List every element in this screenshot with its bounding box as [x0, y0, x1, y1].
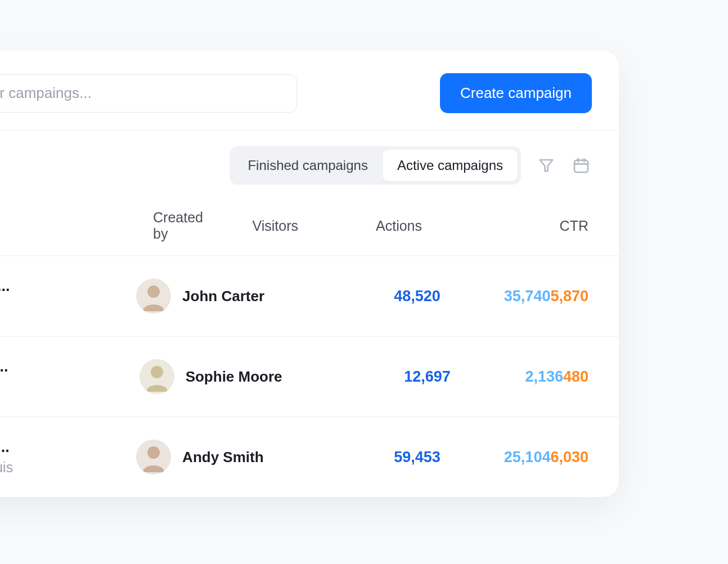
campaign-subtitle: isus at ultrices: [0, 298, 135, 315]
cell-ctr: 6,030: [550, 449, 588, 466]
cell-created-by: Sophie Moore: [138, 359, 338, 394]
cell-ctr: 480: [563, 368, 588, 386]
header-created-by: Created by: [0, 209, 174, 242]
calendar-icon[interactable]: [572, 156, 591, 175]
table-header: Created by Visitors Actions CTR: [0, 200, 619, 256]
search-input[interactable]: [0, 74, 297, 113]
table-row[interactable]: < 2.0 Launch... sus euismod quis Andy Sm…: [0, 417, 619, 497]
cell-created-by: John Carter: [135, 279, 330, 314]
svg-point-6: [147, 285, 160, 298]
creator-name: John Carter: [182, 288, 264, 305]
table-body: s 2022 Camp... isus at ultrices John Car…: [0, 256, 619, 497]
avatar: [136, 279, 171, 314]
avatar: [140, 359, 174, 394]
header-ctr: CTR: [422, 218, 588, 234]
top-bar: Create campaign: [0, 51, 619, 130]
campaigns-panel: Create campaign Finished campaigns Activ…: [0, 51, 619, 497]
campaign-title: s 2022 Camp...: [0, 277, 135, 295]
creator-name: Sophie Moore: [186, 368, 282, 386]
campaign-title: < 2.0 Launch...: [0, 438, 135, 456]
cell-visitors: 48,520: [330, 288, 441, 305]
controls-bar: Finished campaigns Active campaigns: [0, 131, 619, 200]
cell-actions: 2,136: [451, 368, 563, 386]
cell-actions: 35,740: [441, 288, 551, 305]
header-visitors: Visitors: [174, 218, 298, 234]
campaign-title: k integration...: [0, 358, 138, 375]
cell-visitors: 12,697: [338, 368, 451, 386]
svg-point-8: [151, 366, 163, 378]
svg-marker-0: [540, 160, 553, 171]
campaign-subtitle: dum dolo: [0, 379, 138, 395]
avatar: [136, 440, 171, 475]
cell-created-by: Andy Smith: [135, 440, 330, 475]
cell-campaign: s 2022 Camp... isus at ultrices: [0, 277, 135, 315]
create-campaign-button[interactable]: Create campaign: [440, 73, 592, 113]
tab-finished-campaigns[interactable]: Finished campaigns: [233, 150, 382, 181]
cell-campaign: < 2.0 Launch... sus euismod quis: [0, 438, 135, 476]
cell-ctr: 5,870: [550, 288, 588, 305]
cell-campaign: k integration... dum dolo: [0, 358, 138, 395]
table-row[interactable]: s 2022 Camp... isus at ultrices John Car…: [0, 256, 619, 336]
header-actions: Actions: [298, 218, 422, 234]
tab-active-campaigns[interactable]: Active campaigns: [383, 150, 518, 181]
segmented-control: Finished campaigns Active campaigns: [230, 146, 521, 185]
svg-rect-1: [574, 160, 588, 172]
cell-visitors: 59,453: [330, 449, 441, 466]
table-row[interactable]: k integration... dum dolo Sophie Moore 1…: [0, 336, 619, 417]
filter-icon[interactable]: [537, 156, 556, 175]
cell-actions: 25,104: [441, 449, 551, 466]
svg-point-10: [147, 446, 160, 459]
campaign-subtitle: sus euismod quis: [0, 459, 135, 476]
creator-name: Andy Smith: [182, 449, 263, 466]
